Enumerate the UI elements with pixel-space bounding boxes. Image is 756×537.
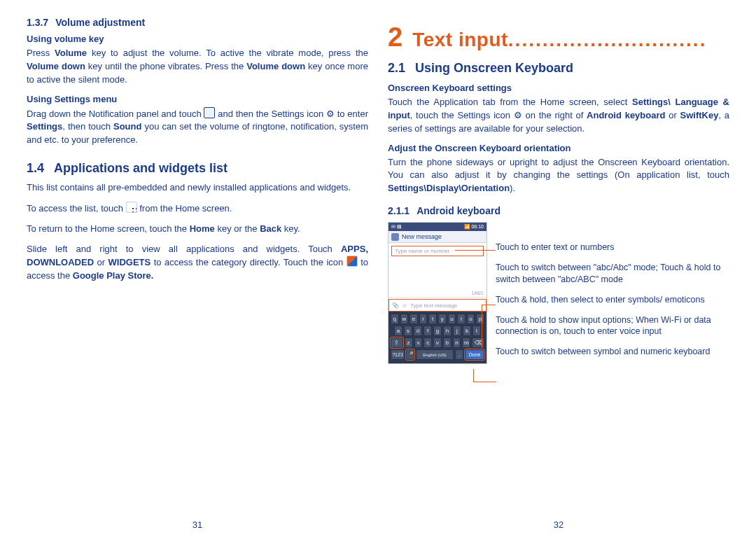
key-period[interactable]: . — [455, 349, 463, 360]
emoji-icon: ☺ — [402, 302, 407, 309]
leader-line — [473, 369, 496, 382]
paragraph-apps-access: To access the list, touch from the Home … — [27, 202, 368, 216]
heading-number: 1.3.7 — [27, 17, 48, 28]
paragraph-osk-orientation: Turn the phone sideways or upright to ad… — [388, 156, 729, 196]
key-mic[interactable]: 🎤 — [406, 349, 414, 360]
keyboard-row-4: ?123 🎤 English (US) . Done — [391, 349, 484, 360]
recipient-input[interactable]: Type name or number — [391, 246, 484, 256]
subheading-osk-orientation: Adjust the Onscreen Keyboard orientation — [388, 143, 729, 153]
paragraph-apps-slide: Slide left and right to view all applica… — [27, 243, 368, 284]
key-p[interactable]: p — [476, 314, 484, 324]
key-t[interactable]: t — [428, 314, 437, 324]
heading-number: 2.1.1 — [388, 205, 410, 216]
new-message-icon — [391, 233, 399, 241]
key-j[interactable]: j — [453, 326, 461, 336]
status-icons-left: ✉ ▤ — [391, 224, 402, 230]
message-body: 148/1 — [388, 259, 486, 298]
gear-icon: ⚙ — [514, 109, 522, 123]
play-store-icon — [346, 256, 358, 267]
key-space[interactable]: English (US) — [416, 349, 454, 360]
subheading-osk-settings: Onscreen Keyboard settings — [388, 83, 729, 93]
key-r[interactable]: r — [419, 314, 428, 324]
key-f[interactable]: f — [424, 326, 432, 336]
screen-header-text: New message — [402, 233, 442, 240]
paragraph-settings-menu: Drag down the Notification panel and tou… — [27, 107, 368, 148]
subheading-using-volume-key: Using volume key — [27, 34, 368, 44]
key-⇧[interactable]: ⇧ — [391, 337, 403, 348]
subheading-using-settings-menu: Using Settings menu — [27, 94, 368, 104]
key-e[interactable]: e — [410, 314, 418, 324]
status-bar: ✉ ▤ 📶 08:10 — [388, 223, 486, 231]
char-counter: 148/1 — [471, 291, 484, 295]
keyboard-row-1: qwertyuiop — [391, 314, 484, 324]
callouts: Touch to enter text or numbers Touch to … — [496, 222, 729, 364]
callout-symbols: Touch & hold, then select to enter symbo… — [496, 294, 729, 306]
callout-numeric-keyboard: Touch to switch between symbol and numer… — [496, 346, 729, 358]
paragraph-volume-key: Press Volume key to adjust the volume. T… — [27, 47, 368, 87]
heading-1-3-7: 1.3.7Volume adjustment — [27, 17, 368, 28]
page-number-right: 32 — [378, 519, 739, 530]
left-page: 1.3.7Volume adjustment Using volume key … — [17, 17, 378, 530]
callout-text-entry: Touch to enter text or numbers — [496, 242, 729, 253]
key-l[interactable]: l — [472, 326, 481, 336]
message-placeholder: Type text message — [410, 302, 457, 309]
chapter-heading: 2 Text input............................… — [388, 24, 729, 51]
gear-icon: ⚙ — [326, 108, 335, 121]
key-i[interactable]: i — [457, 314, 465, 324]
paragraph-osk-settings: Touch the Application tab from the Home … — [388, 96, 729, 136]
heading-text: Using Onscreen Keyboard — [415, 61, 573, 75]
key-⌫[interactable]: ⌫ — [472, 337, 484, 348]
heading-text: Applications and widgets list — [54, 161, 227, 175]
key-m[interactable]: m — [462, 337, 470, 348]
chapter-title: Text input............................. — [412, 29, 729, 51]
page-number-left: 31 — [17, 519, 378, 530]
quick-settings-icon — [204, 107, 215, 118]
key-h[interactable]: h — [443, 326, 451, 336]
key-y[interactable]: y — [438, 314, 447, 324]
key-numeric[interactable]: ?123 — [391, 349, 405, 360]
key-x[interactable]: x — [414, 337, 423, 348]
key-b[interactable]: b — [443, 337, 451, 348]
key-n[interactable]: n — [453, 337, 461, 348]
heading-number: 2.1 — [388, 61, 405, 75]
chapter-dots: ............................. — [508, 29, 707, 50]
paragraph-apps-intro: This list contains all pre-embedded and … — [27, 181, 368, 195]
heading-2-1-1: 2.1.1Android keyboard — [388, 205, 729, 216]
callout-voice-input: Touch & hold to show input options; When… — [496, 314, 729, 338]
key-u[interactable]: u — [448, 314, 456, 324]
key-z[interactable]: z — [405, 337, 413, 348]
keyboard-row-2: asdfghjkl — [391, 326, 484, 336]
heading-1-4: 1.4Applications and widgets list — [27, 161, 368, 176]
key-c[interactable]: c — [424, 337, 432, 348]
key-a[interactable]: a — [394, 326, 402, 336]
message-input-row[interactable]: 📎 ☺ Type text message — [388, 299, 486, 312]
heading-2-1: 2.1Using Onscreen Keyboard — [388, 61, 729, 76]
key-o[interactable]: o — [467, 314, 475, 324]
right-page: 2 Text input............................… — [378, 17, 739, 530]
apps-grid-icon — [126, 202, 137, 213]
chapter-number: 2 — [388, 24, 402, 50]
phone-diagram: ✉ ▤ 📶 08:10 New message Type name or num… — [388, 222, 729, 364]
keyboard: qwertyuiop asdfghjkl ⇧zxcvbnm⌫ ?123 🎤 En… — [388, 312, 486, 363]
paragraph-apps-return: To return to the Home screen, touch the … — [27, 223, 368, 236]
heading-text: Volume adjustment — [55, 17, 145, 28]
heading-number: 1.4 — [27, 161, 44, 175]
callout-shift-mode: Touch to switch between "abc/Abc" mode; … — [496, 262, 729, 286]
key-q[interactable]: q — [391, 314, 399, 324]
key-g[interactable]: g — [433, 326, 442, 336]
key-k[interactable]: k — [463, 326, 471, 336]
key-w[interactable]: w — [400, 314, 409, 324]
key-s[interactable]: s — [404, 326, 412, 336]
heading-text: Android keyboard — [416, 205, 500, 216]
key-done[interactable]: Done — [465, 349, 484, 360]
screen-header: New message — [388, 231, 486, 243]
keyboard-row-3: ⇧zxcvbnm⌫ — [391, 337, 484, 348]
attach-icon: 📎 — [392, 302, 399, 309]
key-d[interactable]: d — [414, 326, 422, 336]
key-v[interactable]: v — [433, 337, 442, 348]
phone-mock: ✉ ▤ 📶 08:10 New message Type name or num… — [388, 222, 487, 364]
status-time: 📶 08:10 — [464, 224, 484, 230]
